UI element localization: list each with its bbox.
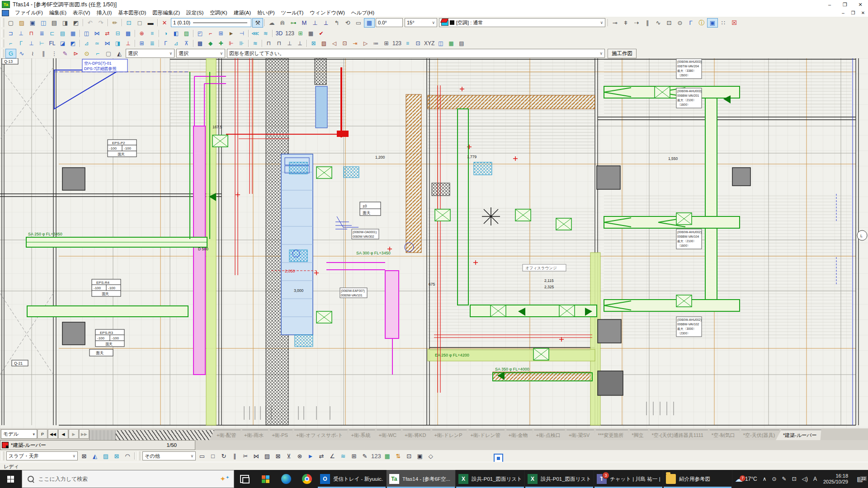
taskbar-search[interactable]: ここに入力して検索 ✦✦	[22, 470, 235, 488]
tool-icon[interactable]: ⌐	[5, 39, 16, 48]
tool-icon[interactable]: ǂ	[620, 18, 631, 28]
tool-icon[interactable]: ◪	[57, 39, 68, 48]
tray-expand-button[interactable]: ∧	[760, 476, 769, 482]
menu-item[interactable]: ファイル(F)	[12, 10, 46, 15]
weather-widget[interactable]: ☁ 7 17°C	[732, 474, 760, 484]
tool-icon[interactable]: ≡	[402, 39, 413, 48]
tool-icon[interactable]: ∿	[16, 49, 27, 58]
sheet-tab[interactable]: +衛-雨水	[237, 430, 268, 440]
tool-icon[interactable]: ⊠	[111, 451, 122, 461]
menu-item[interactable]: 表示(V)	[70, 10, 93, 15]
tool-icon[interactable]: ◫	[435, 39, 446, 48]
copy-sheet-icon[interactable]: ◫	[38, 18, 49, 28]
tool-icon[interactable]: ⊡	[413, 39, 423, 48]
print-preview-icon[interactable]: ◨	[60, 18, 71, 28]
grid-select-icon[interactable]: G	[5, 49, 16, 58]
sheet-tab[interactable]: +衛-将KD	[397, 430, 430, 440]
tool-icon[interactable]: ≋	[338, 451, 349, 461]
taskbar-app-excel-2[interactable]: X設共-P01_図面リスト...	[525, 470, 594, 488]
tool-icon[interactable]: ⊩	[226, 39, 236, 48]
menu-item[interactable]: 空調(K)	[207, 10, 230, 15]
sheet-nav-button[interactable]: ◀	[58, 429, 68, 439]
toolbar-grip[interactable]	[1, 18, 4, 28]
sheet-tab[interactable]: +衛-配管	[209, 430, 241, 440]
tool-icon[interactable]: ⊢	[37, 39, 47, 48]
tool-icon[interactable]: ▦	[382, 451, 393, 461]
new-file-icon[interactable]: ▢	[5, 18, 16, 28]
sheet-tab[interactable]: *脚立	[624, 430, 648, 440]
sheet-tab[interactable]: *空-天伏(器具)	[736, 430, 779, 440]
tray-display-icon[interactable]: ⊡	[789, 476, 799, 482]
tool-icon[interactable]: ⊓	[26, 29, 37, 38]
tool-icon[interactable]: ▨	[100, 451, 111, 461]
tool-icon[interactable]: ⋈	[102, 39, 113, 48]
tool-icon[interactable]: ⊻	[283, 451, 294, 461]
tool-icon[interactable]: 123	[284, 29, 295, 38]
sheet-tab[interactable]: +衛-ドレン管	[463, 430, 505, 440]
tool-icon[interactable]: ◭	[114, 49, 125, 58]
menu-item[interactable]: 建築(A)	[231, 10, 254, 15]
tool-icon[interactable]: ⊡	[404, 451, 415, 461]
open-file-icon[interactable]: ▨	[16, 18, 27, 28]
tool-icon[interactable]: ⊞	[349, 451, 359, 461]
tool-icon[interactable]: ◁	[329, 39, 340, 48]
office-hub-button[interactable]	[255, 470, 276, 488]
tool-icon[interactable]: ∥	[38, 49, 49, 58]
tool-icon[interactable]: ↰	[331, 18, 342, 28]
angle-step-combo[interactable]: 15°∨	[405, 18, 437, 27]
menu-item[interactable]: 編集(E)	[46, 10, 70, 15]
start-button[interactable]	[0, 470, 22, 488]
tool-icon[interactable]: ⋈	[92, 29, 102, 38]
tool-icon[interactable]: ⊙	[81, 49, 92, 58]
tool-icon[interactable]: ⊞	[137, 39, 147, 48]
sheet-nav-button[interactable]: ▶	[69, 429, 79, 439]
taskbar-app-excel-1[interactable]: X設共-P01_図面リスト...	[456, 470, 525, 488]
tool-icon[interactable]: ✎	[60, 49, 71, 58]
ime-mode-indicator[interactable]: A	[811, 476, 820, 482]
tool-icon[interactable]: ►	[226, 29, 236, 38]
taskbar-clock[interactable]: 16:18 2025/10/29	[820, 473, 852, 485]
menu-item[interactable]: ウィンドウ(W)	[307, 10, 348, 15]
tool-icon[interactable]: ▦	[68, 29, 78, 38]
group-icon[interactable]: ⋒	[277, 18, 288, 28]
tool-icon[interactable]: ▦	[306, 29, 316, 38]
tool-icon[interactable]: ≃	[92, 39, 102, 48]
tool-icon[interactable]: ⊞	[216, 29, 226, 38]
tool-icon[interactable]: ⊙	[675, 18, 685, 28]
sheet-tab[interactable]: ***変更箇所	[590, 430, 628, 440]
tool-icon[interactable]: ⊣	[236, 29, 247, 38]
save-icon[interactable]: ▣	[27, 18, 38, 28]
tool-icon[interactable]: ⋘	[250, 29, 260, 38]
tool-icon[interactable]: Γ	[685, 18, 696, 28]
hammer-tool-icon[interactable]: ⚒	[252, 18, 263, 28]
tool-icon[interactable]: ✂	[240, 451, 251, 461]
tool-icon[interactable]: XYZ	[423, 39, 435, 48]
sheet-tab[interactable]: *建築-ルーバー	[776, 430, 821, 440]
tool-icon[interactable]: ◑	[160, 29, 171, 38]
tool-icon[interactable]: ⊥	[26, 39, 37, 48]
toolbar-grip[interactable]	[1, 49, 4, 57]
tool-icon[interactable]: ⊓	[274, 39, 284, 48]
tool-icon[interactable]: 123	[392, 39, 402, 48]
current-sheet-box[interactable]: *建築-ルーバー 1/50	[0, 440, 195, 450]
sheet-tab[interactable]: +衛-ドレンP	[427, 430, 467, 440]
taskbar-app-folder[interactable]: 紹介用参考図	[663, 470, 732, 488]
menu-item[interactable]: 基本図形(D)	[115, 10, 149, 15]
view-3d-icon[interactable]: 3D	[274, 29, 284, 38]
print-icon[interactable]: ▤	[49, 18, 60, 28]
tool-icon[interactable]: ◇	[425, 451, 436, 461]
tool-icon[interactable]: ⊓	[264, 39, 274, 48]
tool-icon[interactable]: ⊠	[308, 39, 319, 48]
layer-combo[interactable]: [空調] : 通常∨	[439, 18, 605, 27]
tool-icon[interactable]: ≡	[147, 29, 157, 38]
grid-icon[interactable]: ∷	[718, 18, 729, 28]
sheet-tab[interactable]: +衛-系統	[344, 430, 375, 440]
tool-icon[interactable]: ⊡	[340, 39, 350, 48]
tool-icon[interactable]: ∠	[327, 451, 338, 461]
doc-restore-button[interactable]: ❐	[848, 10, 858, 15]
tool-icon[interactable]: ⊼	[181, 39, 192, 48]
taskbar-app-tfas[interactable]: TaTfas14 - [参考6F空...	[387, 470, 456, 488]
tool-icon[interactable]: ≣	[147, 39, 157, 48]
tool-icon[interactable]: Γ	[160, 39, 171, 48]
tool-icon[interactable]: ⊐	[5, 29, 16, 38]
